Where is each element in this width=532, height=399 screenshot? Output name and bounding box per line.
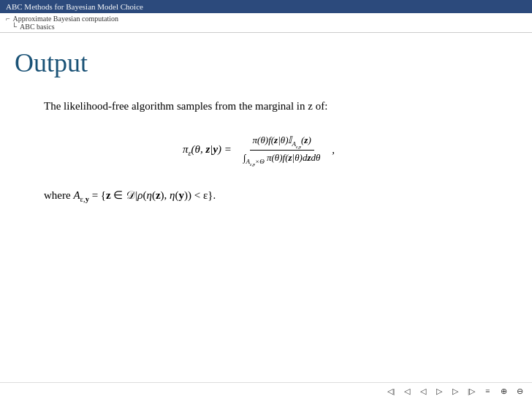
nav-menu-button[interactable]: ≡: [481, 386, 494, 396]
zoom-out-icon: ⊖: [517, 387, 523, 396]
zoom-in-icon: ⊕: [501, 387, 507, 396]
formula-fraction: π(θ)f(z|θ)𝕀Aε,y(z) ∫Aε,y×Θ π(θ)f(z|θ)dzd…: [240, 134, 323, 167]
breadcrumb-area: ⌐ Approximate Bayesian computation └ ABC…: [0, 13, 532, 33]
formula-lhs: πε(θ, z|y) =: [183, 143, 232, 157]
formula-block: πε(θ, z|y) = π(θ)f(z|θ)𝕀Aε,y(z) ∫Aε,y×Θ …: [15, 134, 503, 167]
menu-icon: ≡: [485, 387, 490, 395]
breadcrumb-level2: └ ABC basics: [6, 23, 526, 31]
formula-numerator: π(θ)f(z|θ)𝕀Aε,y(z): [250, 134, 314, 151]
breadcrumb-level1: ⌐ Approximate Bayesian computation: [6, 15, 526, 23]
nav-next-button[interactable]: ▷: [449, 386, 462, 396]
nav-zoom-out-button[interactable]: ⊖: [513, 386, 526, 396]
nav-prev-button[interactable]: ◁: [400, 386, 414, 396]
intro-text: The likelihood-free algorithm samples fr…: [44, 100, 503, 113]
formula-comma: ,: [332, 144, 335, 156]
breadcrumb-marker1: ⌐: [6, 15, 10, 23]
main-formula: πε(θ, z|y) = π(θ)f(z|θ)𝕀Aε,y(z) ∫Aε,y×Θ …: [15, 134, 503, 167]
nav-first-button[interactable]: ◁|: [384, 386, 398, 396]
nav-section-prev-button[interactable]: ◁: [417, 386, 430, 396]
nav-section-next-button[interactable]: ▷: [433, 386, 446, 396]
last-icon: |▷: [468, 387, 475, 396]
section-next-icon: ▷: [436, 387, 442, 396]
formula-denominator: ∫Aε,y×Θ π(θ)f(z|θ)dzdθ: [240, 151, 323, 166]
nav-zoom-in-button[interactable]: ⊕: [497, 386, 510, 396]
top-nav-title: ABC Methods for Bayesian Model Choice: [6, 2, 143, 11]
prev-icon: ◁: [404, 387, 410, 396]
section-prev-icon: ◁: [420, 387, 426, 396]
breadcrumb-marker2: └: [12, 23, 17, 31]
first-icon: ◁|: [387, 387, 395, 396]
bottom-navbar: ◁| ◁ ◁ ▷ ▷ |▷ ≡ ⊕ ⊖: [0, 382, 532, 399]
section-title: Output: [15, 48, 503, 78]
nav-last-button[interactable]: |▷: [465, 386, 478, 396]
top-navbar: ABC Methods for Bayesian Model Choice: [0, 0, 532, 13]
where-text: where Aε,y = {z ∈ 𝒟|ρ(η(z), η(y)) < ε}.: [44, 189, 503, 203]
next-icon: ▷: [452, 387, 458, 396]
main-content: Output The likelihood-free algorithm sam…: [0, 33, 532, 218]
